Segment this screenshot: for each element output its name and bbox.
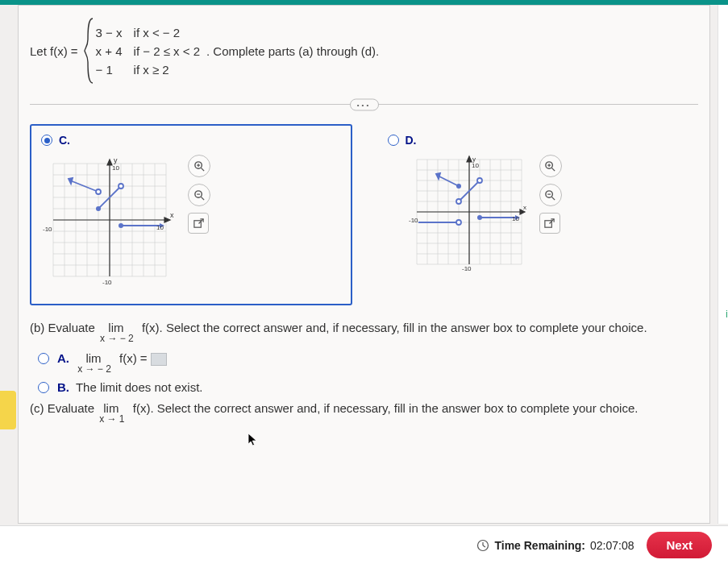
part-c-prompt: (c) Evaluate lim x → 1 f(x). Select the … [30,400,698,424]
svg-point-76 [456,184,461,189]
svg-text:-10: -10 [102,279,112,286]
x-axis-label: x [170,211,174,219]
part-b-lim: lim [108,321,123,334]
svg-line-102 [483,545,485,547]
svg-line-92 [551,168,555,171]
svg-point-84 [456,220,461,225]
part-c-prefix: (c) Evaluate [30,401,98,415]
y-axis-label: y [114,156,118,164]
answer-input-box[interactable] [151,353,167,366]
svg-rect-98 [545,220,551,226]
svg-text:-10: -10 [409,217,418,224]
footer-bar: Time Remaining: 02:07:08 Next [0,525,728,564]
svg-point-33 [119,223,123,228]
radio-option-a[interactable] [38,353,49,364]
svg-point-30 [96,206,101,211]
part-c-lim: lim [103,402,119,414]
svg-line-44 [201,197,204,200]
svg-text:10: 10 [512,215,519,222]
svg-line-96 [551,197,555,200]
popout-button[interactable] [539,213,560,234]
side-marker-tab [0,391,16,429]
graph-c: y x 10 -10 10 -10 [41,151,178,292]
next-button[interactable]: Next [647,532,712,558]
option-b-label: B. [57,380,69,394]
popout-button[interactable] [188,213,209,234]
zoom-out-icon [544,189,556,201]
radio-choice-d[interactable] [388,135,399,146]
svg-text:10: 10 [156,224,164,231]
zoom-in-icon [544,160,556,172]
choice-c[interactable]: C. [30,124,352,305]
option-b-row[interactable]: B. The limit does not exist. [38,380,698,394]
piece1-expr: 3 − x [96,26,123,39]
svg-marker-27 [69,178,73,184]
svg-text:10: 10 [112,164,119,172]
option-a-lim: lim [85,352,101,364]
zoom-out-icon [193,189,206,201]
time-label: Time Remaining: [494,539,585,552]
option-b-text: The limit does not exist. [76,380,203,394]
part-b-suffix: Select the correct answer and, if necess… [166,321,647,334]
piece1-cond: if x < − 2 [134,26,200,39]
problem-statement: Let f(x) = 3 − x if x < − 2 x + 4 if − 2… [30,17,698,85]
part-c-suffix: Select the correct answer and, if necess… [157,401,639,415]
popout-icon [193,218,205,230]
svg-rect-46 [193,220,200,226]
choice-d[interactable]: D. [376,124,699,305]
radio-choice-c[interactable] [41,135,52,146]
divider: ••• [30,104,698,105]
zoom-in-button[interactable] [188,155,210,177]
part-b-prompt: (b) Evaluate lim x → − 2 f(x). Select th… [30,320,698,343]
option-a-row[interactable]: A. lim x → − 2 f(x) = [38,351,698,374]
svg-text:-10: -10 [43,226,52,233]
option-a-label: A. [57,351,69,365]
piecewise-definition: 3 − x if x < − 2 x + 4 if − 2 ≤ x < 2 − … [83,17,200,85]
piece3-expr: − 1 [96,63,123,77]
piece3-cond: if x ≥ 2 [134,63,200,77]
svg-point-78 [456,199,461,204]
svg-point-28 [96,189,101,194]
zoom-out-button[interactable] [188,184,210,206]
svg-text:x: x [523,204,526,211]
zoom-in-icon [193,160,206,172]
part-b-sub: x → − 2 [100,334,134,343]
part-b-fx: f(x). [142,321,163,334]
right-gutter: i [718,5,728,524]
svg-text:10: 10 [472,162,479,169]
zoom-in-button[interactable] [539,155,562,177]
graph-choices-row: C. [30,124,698,305]
let-fx-label: Let f(x) = [30,44,78,58]
option-a-expr: f(x) = [119,351,148,365]
choice-c-label: C. [59,134,70,147]
radio-option-b[interactable] [38,382,49,393]
part-c-sub: x → 1 [99,414,124,424]
clock-icon [476,539,489,552]
svg-line-40 [201,168,204,171]
piece2-cond: if − 2 ≤ x < 2 [134,44,200,58]
zoom-out-button[interactable] [539,184,562,206]
option-a-sub: x → − 2 [77,364,111,374]
svg-marker-25 [164,218,170,222]
left-brace-icon [83,17,96,85]
part-b-prefix: (b) Evaluate [30,321,98,334]
expand-pill[interactable]: ••• [350,98,379,110]
svg-point-81 [477,215,482,220]
choice-d-label: D. [406,134,417,147]
svg-marker-72 [467,156,472,162]
time-value: 02:07:08 [590,539,634,552]
popout-icon [543,218,555,230]
part-c-fx: f(x). [133,401,154,415]
svg-point-31 [119,184,123,189]
piece2-expr: x + 4 [96,44,123,58]
time-remaining: Time Remaining: 02:07:08 [476,539,634,552]
svg-marker-75 [436,173,440,179]
graph-d: y x 10 -10 10 -10 [409,151,530,276]
complete-parts-text: . Complete parts (a) through (d). [206,44,379,58]
question-page: Let f(x) = 3 − x if x < − 2 x + 4 if − 2… [18,5,710,524]
svg-text:-10: -10 [462,265,472,272]
svg-point-79 [477,178,482,183]
